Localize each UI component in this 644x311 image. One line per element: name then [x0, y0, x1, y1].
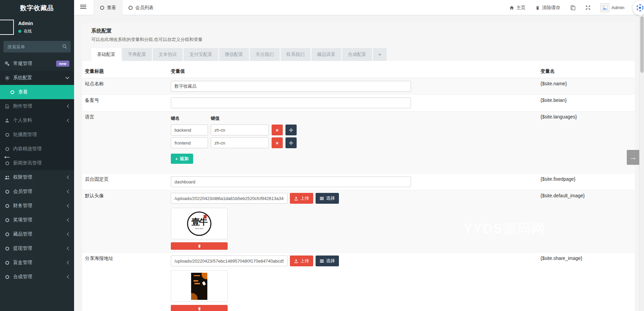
lang-value-input[interactable] — [211, 137, 269, 148]
tab-dictionary-config[interactable]: 字典配置 — [122, 48, 152, 61]
tab-synthesis-config[interactable]: 合成配置 — [342, 48, 372, 61]
sidebar-item-view[interactable]: 查看 — [0, 85, 74, 99]
home-icon — [509, 5, 514, 10]
delete-image-button[interactable] — [171, 305, 228, 311]
delete-image-button[interactable] — [171, 242, 228, 250]
table-row: 分享海报地址 上传 选择 — [82, 253, 635, 311]
avatar — [600, 3, 609, 12]
default-image-input[interactable] — [171, 193, 288, 204]
tab-alipay-config[interactable]: 支付宝配置 — [184, 48, 218, 61]
logo-caption: bus you — [195, 227, 203, 229]
tab-follow-us[interactable]: 关注我们 — [250, 48, 280, 61]
online-dot-icon — [18, 30, 21, 33]
circle-icon — [4, 161, 10, 165]
sidebar-item-label: 附件管理 — [13, 103, 32, 109]
move-row-button[interactable] — [285, 137, 297, 148]
upload-label: 上传 — [300, 195, 309, 201]
kv-row: × — [171, 137, 535, 148]
col-header-varname: 变量名 — [538, 65, 635, 78]
trash-icon — [198, 307, 201, 311]
upload-icon — [294, 196, 298, 201]
nav-next-arrow[interactable]: → — [627, 150, 639, 165]
search-icon[interactable] — [62, 44, 67, 49]
gears-icon — [4, 61, 10, 66]
extension-icon[interactable] — [632, 0, 644, 15]
sidebar-item-finance[interactable]: 财务管理 — [0, 199, 74, 213]
brand-title: 数字收藏品 — [0, 0, 74, 16]
tab-member-list[interactable]: 会员列表 — [122, 0, 160, 15]
sidebar-item-members[interactable]: 会员管理 — [0, 184, 74, 199]
clear-cache-link[interactable]: 清除缓存 — [535, 5, 560, 11]
sidebar-item-profile[interactable]: 个人资料 — [0, 113, 74, 128]
chevron-down-icon — [65, 76, 69, 79]
sidebar-item-synthesis[interactable]: 合成管理 — [0, 270, 74, 284]
content-area: 系统配置 可以在此增改系统的变量和分组,也可以自定义分组和变量 基础配置 字典配… — [74, 15, 644, 311]
x-icon: × — [276, 127, 279, 133]
menu-search-input[interactable] — [3, 41, 71, 52]
row-title: 后台固定页 — [82, 174, 168, 190]
remove-row-button[interactable]: × — [272, 125, 283, 135]
sidebar-item-label: 新闻资讯管理 — [13, 160, 42, 166]
chevron-left-icon — [67, 118, 69, 123]
pages-link[interactable] — [570, 5, 576, 10]
append-button[interactable]: + 追加 — [171, 154, 193, 164]
share-image-preview — [171, 270, 228, 302]
beian-input[interactable] — [171, 97, 411, 108]
lang-key-input[interactable] — [171, 125, 208, 135]
chevron-left-icon — [67, 175, 69, 179]
home-link[interactable]: 主页 — [509, 5, 526, 11]
circle-icon — [4, 261, 10, 265]
sidebar-item-blindbox[interactable]: 盲盒管理 — [0, 256, 74, 270]
upload-button[interactable]: 上传 — [290, 256, 313, 266]
tab-text-protocol[interactable]: 文本协议 — [153, 48, 183, 61]
sidebar-item-system-config[interactable]: 系统配置 — [0, 71, 74, 85]
lang-key-input[interactable] — [171, 137, 208, 148]
sidebar-item-label: 常规管理 — [13, 61, 32, 67]
fixedpage-input[interactable] — [171, 176, 411, 187]
choose-button[interactable]: 选择 — [316, 193, 339, 204]
choose-button[interactable]: 选择 — [316, 256, 339, 266]
fullscreen-link[interactable] — [585, 5, 591, 10]
remove-row-button[interactable]: × — [272, 137, 283, 148]
tab-basic-config[interactable]: 基础配置 — [91, 48, 121, 61]
trash-icon — [535, 5, 540, 10]
sidebar-item-collections[interactable]: 藏品管理 — [0, 227, 74, 241]
scrollbar-thumb[interactable] — [640, 16, 644, 73]
site-name-input[interactable] — [171, 81, 411, 92]
default-image-preview: 壹牛 bus you — [171, 208, 228, 239]
add-tab-button[interactable]: + — [373, 48, 387, 61]
share-image-input[interactable] — [171, 256, 288, 266]
sidebar-item-carousel[interactable]: 轮播图管理 — [0, 128, 74, 142]
users-icon — [4, 175, 10, 180]
tab-collection-settings[interactable]: 藏品设置 — [312, 48, 341, 61]
config-panel: 系统配置 可以在此增改系统的变量和分组,也可以自定义分组和变量 基础配置 字典配… — [82, 23, 635, 311]
row-title: 分享海报地址 — [82, 253, 168, 311]
table-row: 后台固定页 {$site.fixedpage} — [82, 174, 635, 190]
circle-icon — [100, 6, 104, 10]
user-panel: Admin 在线 — [0, 16, 74, 39]
move-row-button[interactable] — [285, 125, 297, 135]
upload-label: 上传 — [300, 258, 309, 264]
upload-button[interactable]: 上传 — [290, 193, 313, 204]
username-label: Admin — [612, 5, 624, 10]
tab-contact-us[interactable]: 联系我们 — [281, 48, 310, 61]
tab-label: 会员列表 — [135, 5, 154, 11]
sidebar-item-withdrawals[interactable]: 提现管理 — [0, 241, 74, 256]
nav-back-arrow-icon[interactable]: ← — [3, 151, 12, 160]
tab-wechat-config[interactable]: 微信配置 — [219, 48, 249, 61]
list-icon — [320, 196, 324, 201]
circle-icon — [4, 247, 10, 250]
sidebar-item-permissions[interactable]: 权限管理 — [0, 170, 74, 184]
tab-view[interactable]: 查看 — [94, 0, 122, 15]
home-label: 主页 — [516, 5, 526, 11]
sidebar-item-label: 个人资料 — [13, 117, 32, 124]
topbar-tabs: 查看 会员列表 — [94, 0, 160, 15]
sidebar-item-awards[interactable]: 奖项管理 — [0, 213, 74, 227]
lang-value-input[interactable] — [211, 125, 269, 135]
sidebar-item-general[interactable]: 常规管理 new — [0, 57, 74, 71]
page-title: 系统配置 — [91, 28, 626, 34]
sidebar-item-attachments[interactable]: 附件管理 — [0, 99, 74, 113]
trash-icon — [198, 244, 201, 248]
user-menu[interactable]: Admin — [600, 3, 624, 12]
sidebar-toggle-icon[interactable] — [80, 5, 86, 9]
